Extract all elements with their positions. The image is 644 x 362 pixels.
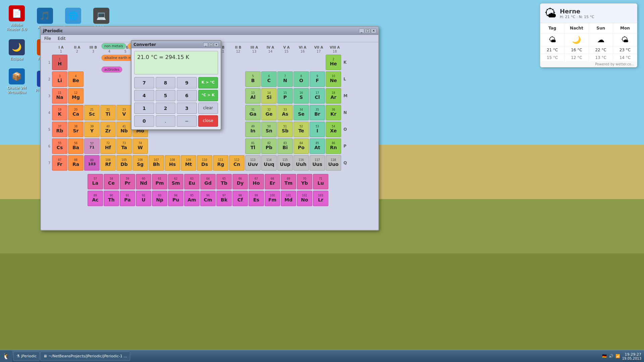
- element-Ds[interactable]: 110Ds: [197, 155, 212, 171]
- element-In[interactable]: 49In: [245, 122, 261, 137]
- element-Uup[interactable]: 115Uup: [277, 155, 293, 171]
- window-minimize-button[interactable]: _: [359, 28, 364, 33]
- element-U[interactable]: 92U: [136, 191, 151, 206]
- legend-nonmetals[interactable]: non metals: [101, 43, 126, 49]
- conv-btn-clear[interactable]: clear: [198, 103, 218, 114]
- element-Db[interactable]: 105Db: [116, 155, 132, 171]
- element-Zr[interactable]: 40Zr: [100, 122, 116, 137]
- conv-btn-9[interactable]: 9: [177, 77, 197, 88]
- taskbar-item-jperiodic[interactable]: ⚗ jPeriodic: [13, 352, 40, 361]
- element-Pa[interactable]: 91Pa: [120, 191, 135, 206]
- taskbar-start-button[interactable]: 🐧: [0, 350, 12, 362]
- converter-maximize-button[interactable]: □: [209, 43, 213, 47]
- element-Si[interactable]: 14Si: [261, 88, 277, 104]
- element-Md[interactable]: 101Md: [281, 191, 296, 206]
- element-No[interactable]: 102No: [297, 191, 312, 206]
- element-Th[interactable]: 90Th: [104, 191, 119, 206]
- element-Sm[interactable]: 62Sm: [168, 174, 183, 189]
- conv-btn-3[interactable]: 3: [177, 103, 197, 114]
- conv-btn-7[interactable]: 7: [134, 77, 154, 88]
- desktop-icon-eclipse[interactable]: 🌙 Eclipse: [3, 35, 30, 65]
- element-Pb[interactable]: 82Pb: [261, 138, 277, 154]
- element-Lr[interactable]: 103Lr: [313, 191, 328, 206]
- element-Pr[interactable]: 59Pr: [120, 174, 135, 189]
- element-Hs[interactable]: 108Hs: [165, 155, 180, 171]
- element-Hf[interactable]: 72Hf: [100, 138, 116, 154]
- element-Mg[interactable]: 12Mg: [68, 88, 84, 104]
- element-S[interactable]: 16S: [293, 88, 309, 104]
- element-Ta[interactable]: 73Ta: [116, 138, 132, 154]
- element-Tl[interactable]: 81Tl: [245, 138, 261, 154]
- conv-btn-6[interactable]: 6: [177, 90, 197, 101]
- element-P[interactable]: 15P: [277, 88, 293, 104]
- element-Es[interactable]: 99Es: [249, 191, 264, 206]
- element-Kr[interactable]: 36Kr: [326, 105, 341, 120]
- element-Cn[interactable]: 112Cn: [229, 155, 245, 171]
- element-Mt[interactable]: 109Mt: [181, 155, 196, 171]
- element-Eu[interactable]: 63Eu: [184, 174, 200, 189]
- element-Ca[interactable]: 20Ca: [68, 105, 84, 120]
- conv-btn-1[interactable]: 1: [134, 103, 154, 114]
- element-I[interactable]: 53I: [310, 122, 325, 137]
- element-Sn[interactable]: 50Sn: [261, 122, 277, 137]
- element-Na[interactable]: 11Na: [52, 88, 67, 104]
- element-Pm[interactable]: 61Pm: [152, 174, 167, 189]
- element-V[interactable]: 23V: [116, 105, 132, 120]
- element-Fr[interactable]: 87Fr: [52, 155, 67, 171]
- element-Uuq[interactable]: 114Uuq: [261, 155, 277, 171]
- element-Cf[interactable]: 98Cf: [232, 191, 248, 206]
- element-Br[interactable]: 35Br: [310, 105, 325, 120]
- element-Uut[interactable]: 113Uuv: [245, 155, 261, 171]
- element-Er[interactable]: 68Er: [265, 174, 280, 189]
- element-Ac-ref[interactable]: 89103: [84, 155, 100, 171]
- element-Gd[interactable]: 64Gd: [200, 174, 216, 189]
- converter-close-button[interactable]: ×: [214, 43, 219, 47]
- element-Bh[interactable]: 107Bh: [149, 155, 164, 171]
- element-Tb[interactable]: 65Tb: [216, 174, 232, 189]
- element-Bk[interactable]: 97Bk: [216, 191, 232, 206]
- element-Rg[interactable]: 111Rg: [213, 155, 228, 171]
- element-Sg[interactable]: 106Sg: [132, 155, 148, 171]
- element-C[interactable]: 6C: [261, 71, 277, 87]
- menu-edit[interactable]: Edit: [56, 36, 67, 42]
- element-Te[interactable]: 52Te: [293, 122, 309, 137]
- element-Bi[interactable]: 83Bi: [277, 138, 293, 154]
- element-B[interactable]: 5B: [245, 71, 261, 87]
- element-Am[interactable]: 95Am: [184, 191, 200, 206]
- element-Cl[interactable]: 17Cl: [310, 88, 325, 104]
- element-F[interactable]: 9F: [310, 71, 325, 87]
- element-Nb[interactable]: 41Nb: [116, 122, 132, 137]
- element-Tm[interactable]: 69Tm: [281, 174, 296, 189]
- conv-btn-k-to-c[interactable]: K > °C: [198, 77, 218, 88]
- conv-btn-0[interactable]: 0: [134, 115, 154, 127]
- conv-btn-5[interactable]: 5: [156, 90, 176, 101]
- window-maximize-button[interactable]: □: [365, 28, 370, 33]
- element-Ra[interactable]: 88Ra: [68, 155, 84, 171]
- element-As[interactable]: 33As: [277, 105, 293, 120]
- element-Ac[interactable]: 89Ac: [88, 191, 103, 206]
- conv-btn-minus[interactable]: −: [177, 115, 197, 127]
- desktop-icon-adobe[interactable]: 📄 Adobe Reader 6.0: [3, 3, 30, 34]
- element-Ho[interactable]: 67Ho: [249, 174, 264, 189]
- element-Nd[interactable]: 60Nd: [136, 174, 151, 189]
- element-Be[interactable]: 4Be: [68, 71, 84, 87]
- element-La-ref[interactable]: 5771: [84, 138, 100, 154]
- element-N[interactable]: 7N: [277, 71, 293, 87]
- element-Ga[interactable]: 31Ga: [245, 105, 261, 120]
- element-Np[interactable]: 93Np: [152, 191, 167, 206]
- element-Se[interactable]: 34Se: [293, 105, 309, 120]
- element-Y[interactable]: 39Y: [84, 122, 100, 137]
- conv-btn-2[interactable]: 2: [156, 103, 176, 114]
- element-Uuh[interactable]: 116Uuh: [293, 155, 309, 171]
- element-Ge[interactable]: 32Ge: [261, 105, 277, 120]
- element-Rn[interactable]: 86Rn: [326, 138, 341, 154]
- element-W[interactable]: 74W: [132, 138, 148, 154]
- element-Po[interactable]: 84Po: [293, 138, 309, 154]
- element-H[interactable]: 1H: [52, 55, 67, 70]
- element-Cm[interactable]: 96Cm: [200, 191, 216, 206]
- element-Lu[interactable]: 71Lu: [313, 174, 328, 189]
- converter-minimize-button[interactable]: _: [203, 43, 208, 47]
- element-Ar[interactable]: 18Ar: [326, 88, 341, 104]
- element-Li[interactable]: 3Li: [52, 71, 67, 87]
- element-Al[interactable]: 13Al: [245, 88, 261, 104]
